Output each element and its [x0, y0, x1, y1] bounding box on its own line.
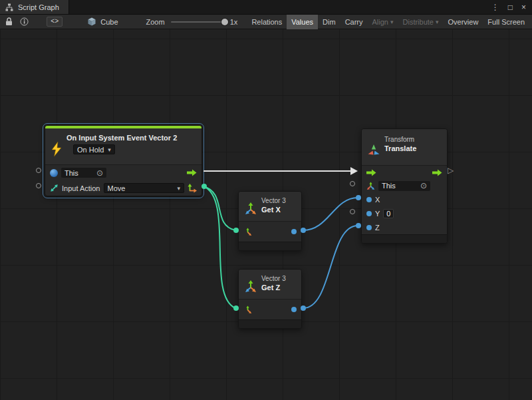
- zoom-label: Zoom: [146, 18, 165, 26]
- y-port-label: Y: [375, 210, 380, 218]
- node-transform-translate[interactable]: Transform Translate: [361, 128, 448, 244]
- align-button[interactable]: Align ▾: [368, 15, 398, 29]
- node-title: On Input System Event Vector 2: [66, 134, 177, 142]
- x-port-label: X: [375, 196, 380, 204]
- node-name: Get X: [261, 205, 286, 214]
- object-picker-icon[interactable]: ⊙: [420, 182, 427, 190]
- z-output-port[interactable]: [291, 307, 297, 312]
- port-event-action-input[interactable]: [36, 183, 41, 188]
- translate-flow-row: [362, 166, 447, 179]
- node-get-x[interactable]: Vector 3 Get X: [238, 191, 302, 251]
- input-action-icon: [50, 184, 59, 192]
- vector3-icon: [244, 275, 257, 299]
- port-translate-flow-output[interactable]: ▷: [448, 166, 454, 174]
- x-output-port[interactable]: [291, 229, 297, 234]
- toolbar-button-group: Relations Values Dim Carry Align ▾ Distr…: [247, 15, 443, 29]
- getz-node-header: Vector 3 Get Z: [239, 270, 301, 299]
- align-label: Align: [372, 18, 388, 26]
- flow-output-arrow-icon[interactable]: [432, 169, 442, 176]
- translate-this-field[interactable]: This ⊙: [378, 181, 430, 191]
- window-menu-icon[interactable]: ⋮: [491, 3, 499, 11]
- wire-vector2-to-getz: [203, 186, 235, 308]
- event-action-row: Input Action Move ▾: [45, 180, 201, 196]
- node-name: Get Z: [261, 283, 286, 292]
- graph-canvas[interactable]: ▷ On Input System Event Vector 2 On Hold…: [0, 29, 532, 400]
- chevron-down-icon: ▾: [390, 19, 394, 25]
- getx-node-header: Vector 3 Get X: [239, 192, 301, 221]
- lock-icon[interactable]: [4, 17, 14, 27]
- flow-output-arrow-icon[interactable]: [187, 169, 197, 176]
- full-screen-button[interactable]: Full Screen: [483, 15, 529, 29]
- event-this-label: This: [65, 169, 78, 177]
- event-this-field[interactable]: This ⊙: [61, 168, 106, 178]
- wire-getz-to-z: [303, 226, 358, 308]
- translate-z-row: Z: [362, 220, 447, 234]
- tab-script-graph[interactable]: Script Graph: [0, 0, 69, 14]
- target-gameobject-label: Cube: [100, 18, 118, 26]
- tab-label: Script Graph: [18, 3, 59, 11]
- distribute-button[interactable]: Distribute ▾: [398, 15, 444, 29]
- zoom-slider-track[interactable]: [171, 21, 226, 23]
- vector3-input-port-icon[interactable]: [243, 305, 252, 314]
- axis-gizmo-icon: [366, 182, 375, 190]
- node-name: Translate: [384, 144, 416, 153]
- node-get-z[interactable]: Vector 3 Get Z: [238, 269, 302, 329]
- node-type: Transform: [384, 136, 416, 144]
- chevron-down-icon: ▾: [177, 185, 180, 192]
- target-gameobject[interactable]: Cube: [86, 17, 118, 27]
- getz-node-footer: [239, 319, 301, 328]
- unity-script-graph-window: Script Graph ⋮ □ × <>: [0, 0, 532, 400]
- window-close-icon[interactable]: ×: [521, 3, 526, 11]
- overview-button[interactable]: Overview: [444, 15, 483, 29]
- dim-button[interactable]: Dim: [318, 15, 340, 29]
- port-translate-y-input[interactable]: [350, 209, 355, 214]
- y-input-port[interactable]: [366, 211, 372, 216]
- translate-node-header: Transform Translate: [362, 129, 447, 165]
- object-picker-icon[interactable]: ⊙: [96, 169, 103, 177]
- x-input-port[interactable]: [366, 197, 372, 202]
- gameobject-icon: [50, 169, 58, 177]
- translate-x-row: X: [362, 192, 447, 206]
- carry-button[interactable]: Carry: [340, 15, 368, 29]
- wire-getx-to-x: [303, 198, 358, 230]
- lightning-bolt-icon: [51, 134, 63, 164]
- code-view-button[interactable]: <>: [47, 17, 63, 27]
- titlebar: Script Graph ⋮ □ ×: [0, 0, 532, 15]
- transform-icon: [367, 136, 380, 165]
- port-translate-this-input[interactable]: [350, 181, 355, 186]
- flow-input-arrow-icon[interactable]: [366, 169, 376, 176]
- event-node-header: On Input System Event Vector 2 On Hold ▾: [45, 128, 201, 164]
- vector2-output-port-icon[interactable]: [188, 184, 197, 193]
- window-controls: ⋮ □ ×: [491, 0, 532, 14]
- chevron-down-icon: ▾: [436, 19, 439, 25]
- translate-this-label: This: [382, 182, 396, 190]
- event-mode-value: On Hold: [77, 146, 104, 154]
- getz-port-row: [239, 299, 301, 319]
- window-maximize-icon[interactable]: □: [508, 3, 513, 11]
- script-graph-icon: [4, 2, 15, 13]
- info-icon[interactable]: [19, 17, 29, 27]
- input-action-dropdown[interactable]: Move ▾: [104, 183, 185, 193]
- zoom-slider[interactable]: [171, 18, 226, 26]
- translate-this-row: This ⊙: [362, 179, 447, 192]
- event-mode-dropdown[interactable]: On Hold ▾: [73, 144, 115, 154]
- node-type: Vector 3: [261, 197, 286, 205]
- getx-port-row: [239, 221, 301, 242]
- translate-y-row: Y 0: [362, 206, 447, 220]
- wire-control-flow-arrowhead: [350, 167, 358, 175]
- vector3-input-port-icon[interactable]: [243, 228, 252, 236]
- node-on-input-system-event-vector2[interactable]: On Input System Event Vector 2 On Hold ▾…: [45, 125, 202, 196]
- node-type: Vector 3: [261, 275, 286, 283]
- graph-toolbar: <> Cube Zoom 1x Relations Values Dim Car…: [0, 15, 532, 29]
- port-event-this-input[interactable]: [36, 168, 41, 173]
- zoom-value: 1x: [230, 18, 238, 26]
- relations-button[interactable]: Relations: [247, 15, 287, 29]
- z-input-port[interactable]: [366, 225, 372, 230]
- chevron-down-icon: ▾: [108, 146, 111, 153]
- event-this-row: This ⊙: [45, 165, 201, 180]
- values-button[interactable]: Values: [287, 15, 318, 29]
- zoom-slider-knob[interactable]: [221, 19, 228, 25]
- getx-node-footer: [239, 242, 301, 250]
- y-value-field[interactable]: 0: [383, 209, 394, 218]
- input-action-label: Input Action: [62, 184, 100, 192]
